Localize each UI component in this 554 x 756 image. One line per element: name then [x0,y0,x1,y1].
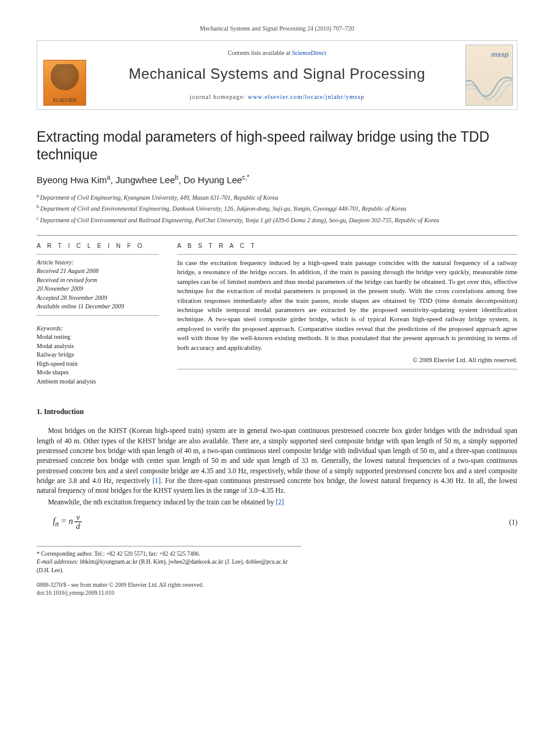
history-line: 20 November 2009 [37,285,159,294]
affiliation-c: cDepartment of Civil Environmental and R… [37,215,517,225]
footnotes: * Corresponding author. Tel.: +82 42 520… [37,546,301,575]
affiliation-b: bDepartment of Civil and Environmental E… [37,203,517,214]
p1-text-a: Most bridges on the KHST (Korean high-sp… [37,427,517,484]
keywords-block: Keywords: Modal testing Modal analysis R… [37,324,159,387]
cover-thumb-area: mssp [462,41,517,109]
journal-cover-icon: mssp [465,45,513,106]
keyword: Modal analysis [37,342,159,351]
affiliation-c-text: Department of Civil Environmental and Ra… [40,217,439,224]
affiliation-a-text: Department of Civil Engineering, Kyungna… [40,194,279,201]
history-line: Available online 11 December 2009 [37,302,159,311]
homepage-prefix: journal homepage: [189,93,247,100]
divider [177,369,517,369]
abstract-heading: A B S T R A C T [177,242,517,250]
abstract-text: In case the excitation frequency induced… [177,258,517,352]
divider [37,235,517,236]
homepage-link[interactable]: www.elsevier.com/locate/jnlabr/ymssp [248,93,365,100]
keywords-label: Keywords: [37,324,159,333]
equation-number: (1) [509,517,517,527]
running-header: Mechanical Systems and Signal Processing… [37,24,517,33]
corresponding-author: * Corresponding author. Tel.: +82 42 520… [37,550,301,559]
keyword: Mode shapes [37,368,159,377]
intro-paragraph-2: Meanwhile, the nth excitation frequency … [37,497,517,507]
equation-1: fn = nvd (1) [53,513,517,531]
email-line: E-mail addresses: bhkim@kyungnam.ac.kr (… [37,558,301,575]
affiliation-a: aDepartment of Civil Engineering, Kyungn… [37,192,517,203]
section-1-heading: 1. Introduction [37,407,517,417]
journal-name: Mechanical Systems and Signal Processing [129,64,426,84]
author-3: Do Hyung Lee [183,175,242,185]
history-line: Received 21 August 2008 [37,267,159,276]
article-title: Extracting modal parameters of high-spee… [37,128,517,164]
cover-wave-icon [465,66,513,101]
sciencedirect-link[interactable]: ScienceDirect [292,49,326,56]
contents-available: Contents lists available at ScienceDirec… [228,49,326,57]
divider [37,315,159,316]
equation-body: fn = nvd [53,513,82,531]
history-line: Received in revised form [37,276,159,285]
eq-numerator: v [75,513,82,522]
cover-abbrev: mssp [491,50,509,59]
eq-fraction: vd [75,513,82,531]
article-history: Article history: Received 21 August 2008… [37,258,159,311]
author-line: Byeong Hwa Kima, Jungwhee Leeb, Do Hyung… [37,173,517,186]
author-2-aff: b [175,174,179,181]
publisher-logo-area: ELSEVIER [37,41,92,109]
contents-prefix: Contents lists available at [228,49,292,56]
journal-homepage: journal homepage: www.elsevier.com/locat… [189,93,364,101]
ref-link-2[interactable]: [2] [275,498,283,506]
banner-center: Contents lists available at ScienceDirec… [92,41,462,109]
author-2: Jungwhee Lee [115,175,175,185]
history-label: Article history: [37,258,159,267]
eq-mid: = n [59,517,73,526]
abstract-copyright: © 2009 Elsevier Ltd. All rights reserved… [177,356,517,365]
p2-text-a: Meanwhile, the nth excitation frequency … [48,498,275,506]
email-label: E-mail addresses: [37,559,79,565]
publisher-label: ELSEVIER [53,97,76,104]
article-info-column: A R T I C L E I N F O Article history: R… [37,242,159,387]
keyword: Railway bridge [37,351,159,360]
keyword: Ambient modal analysis [37,377,159,387]
keyword: High-speed train [37,360,159,369]
info-abstract-row: A R T I C L E I N F O Article history: R… [37,242,517,387]
eq-denominator: d [75,522,82,531]
author-1-aff: a [107,174,111,181]
doi-line: doi:10.1016/j.ymssp.2009.11.010 [37,589,517,597]
divider [177,254,517,255]
history-line: Accepted 28 November 2009 [37,294,159,303]
divider [37,254,159,255]
article-info-heading: A R T I C L E I N F O [37,242,159,250]
author-3-aff: c,* [242,174,249,181]
affiliation-b-text: Department of Civil and Environmental En… [40,206,406,213]
ref-link-1[interactable]: [1] [153,477,161,484]
page-footer: 0888-3270/$ - see front matter © 2009 El… [37,581,517,598]
keyword: Modal testing [37,333,159,342]
issn-line: 0888-3270/$ - see front matter © 2009 El… [37,581,517,589]
abstract-column: A B S T R A C T In case the excitation f… [177,242,517,387]
elsevier-logo-icon: ELSEVIER [43,60,86,106]
journal-banner: ELSEVIER Contents lists available at Sci… [37,40,517,110]
author-1: Byeong Hwa Kim [37,175,107,185]
intro-paragraph-1: Most bridges on the KHST (Korean high-sp… [37,426,517,495]
